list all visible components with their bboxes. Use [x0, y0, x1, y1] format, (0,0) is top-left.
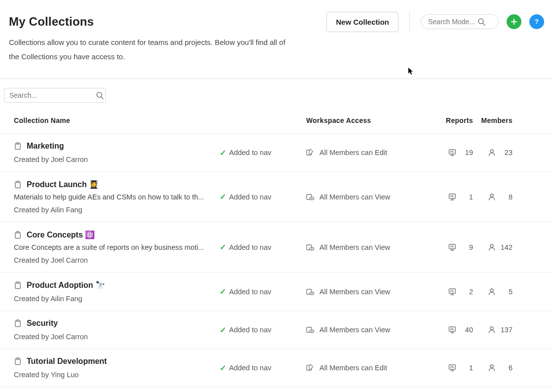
members-count: 6	[501, 364, 513, 372]
members-icon	[488, 193, 496, 201]
reports-icon	[448, 149, 456, 157]
view-access-icon	[306, 326, 315, 334]
table-row[interactable]: Product Adoption 🔭Created by Ailin Fang✓…	[0, 273, 553, 311]
table-row[interactable]: MarketingCreated by Joel Carron✓Added to…	[0, 134, 553, 172]
filter-bar	[0, 79, 553, 107]
search-icon	[96, 91, 104, 99]
search-mode-input[interactable]	[428, 18, 477, 26]
clipboard-icon	[14, 142, 22, 150]
members-icon	[488, 364, 496, 372]
view-access-icon	[306, 288, 315, 296]
help-button[interactable]	[529, 14, 544, 29]
check-icon: ✓	[220, 287, 226, 296]
collection-title: Product Launch 👩‍🎓	[27, 180, 99, 189]
added-to-nav-label: Added to nav	[229, 288, 271, 296]
members-count: 23	[501, 149, 513, 157]
table-header: Collection Name Workspace Access Reports…	[0, 107, 553, 134]
check-icon: ✓	[220, 242, 226, 252]
view-access-icon	[306, 193, 315, 201]
help-icon	[533, 18, 541, 26]
table-search-input[interactable]	[9, 91, 96, 99]
reports-icon	[448, 326, 456, 334]
clipboard-icon	[14, 281, 22, 289]
collection-creator: Created by Joel Carron	[14, 156, 220, 163]
collection-title: Product Adoption 🔭	[27, 280, 105, 290]
edit-access-icon	[306, 364, 315, 372]
table-row[interactable]: SecurityCreated by Joel Carron✓Added to …	[0, 311, 553, 349]
collections-table: Collection Name Workspace Access Reports…	[0, 107, 553, 387]
check-icon: ✓	[220, 325, 226, 335]
reports-count: 40	[461, 326, 473, 334]
add-button[interactable]	[507, 14, 521, 29]
check-icon: ✓	[220, 148, 226, 157]
workspace-access-label: All Members can View	[319, 288, 390, 296]
added-to-nav-label: Added to nav	[229, 243, 271, 251]
edit-access-icon	[306, 149, 315, 157]
plus-icon	[510, 18, 518, 26]
added-to-nav-label: Added to nav	[229, 326, 271, 334]
added-to-nav-label: Added to nav	[229, 149, 271, 157]
workspace-access-label: All Members can View	[319, 193, 390, 201]
workspace-access-label: All Members can Edit	[319, 364, 387, 372]
reports-count: 2	[461, 288, 473, 296]
table-row[interactable]: Product Launch 👩‍🎓Materials to help guid…	[0, 172, 553, 222]
reports-count: 9	[461, 243, 473, 251]
added-to-nav-label: Added to nav	[229, 364, 271, 372]
col-header-name[interactable]: Collection Name	[0, 117, 220, 124]
collection-creator: Created by Joel Carron	[14, 333, 220, 341]
members-icon	[488, 326, 496, 334]
table-row[interactable]: Tutorial DevelopmentCreated by Ying Luo✓…	[0, 349, 553, 387]
workspace-access-label: All Members can Edit	[319, 149, 387, 157]
members-count: 142	[501, 243, 513, 251]
table-search-field[interactable]	[4, 88, 106, 103]
reports-icon	[448, 193, 456, 201]
collection-creator: Created by Ailin Fang	[14, 295, 220, 303]
collection-description: Materials to help guide AEs and CSMs on …	[14, 193, 216, 201]
check-icon: ✓	[220, 192, 226, 201]
clipboard-icon	[14, 231, 22, 239]
collection-title: Tutorial Development	[27, 357, 107, 366]
new-collection-button[interactable]: New Collection	[326, 12, 398, 32]
collection-title: Security	[27, 319, 58, 328]
mouse-cursor-icon	[408, 67, 414, 75]
clipboard-icon	[14, 319, 22, 327]
members-icon	[488, 243, 496, 251]
collection-description: Core Concepts are a suite of reports on …	[14, 243, 216, 251]
members-count: 137	[501, 326, 513, 334]
workspace-access-label: All Members can View	[319, 243, 390, 251]
collection-creator: Created by Ailin Fang	[14, 206, 220, 214]
collection-title: Core Concepts ⚛️	[27, 230, 95, 239]
col-header-members[interactable]: Members	[479, 117, 538, 124]
reports-icon	[448, 364, 456, 372]
members-icon	[488, 288, 496, 296]
col-header-access[interactable]: Workspace Access	[306, 117, 430, 124]
members-icon	[488, 149, 496, 157]
search-mode-field[interactable]	[421, 14, 499, 29]
divider	[409, 11, 410, 33]
collection-creator: Created by Ying Luo	[14, 371, 220, 379]
collection-creator: Created by Joel Carron	[14, 256, 220, 264]
page-header: My Collections Collections allow you to …	[0, 0, 553, 79]
col-header-reports[interactable]: Reports	[430, 117, 479, 124]
table-row[interactable]: Core Concepts ⚛️Core Concepts are a suit…	[0, 222, 553, 273]
clipboard-icon	[14, 181, 22, 189]
added-to-nav-label: Added to nav	[229, 193, 271, 201]
members-count: 8	[501, 193, 513, 201]
members-count: 5	[501, 288, 513, 296]
check-icon: ✓	[220, 363, 226, 373]
collection-title: Marketing	[27, 142, 64, 151]
reports-count: 19	[461, 149, 473, 157]
reports-icon	[448, 243, 456, 251]
search-icon	[477, 18, 485, 26]
reports-icon	[448, 288, 456, 296]
workspace-access-label: All Members can View	[319, 326, 390, 334]
col-header-nav	[220, 117, 306, 124]
view-access-icon	[306, 243, 315, 251]
page-description: Collections allow you to curate content …	[9, 36, 295, 64]
reports-count: 1	[461, 193, 473, 201]
reports-count: 1	[461, 364, 473, 372]
clipboard-icon	[14, 357, 22, 365]
page-title: My Collections	[9, 15, 295, 29]
